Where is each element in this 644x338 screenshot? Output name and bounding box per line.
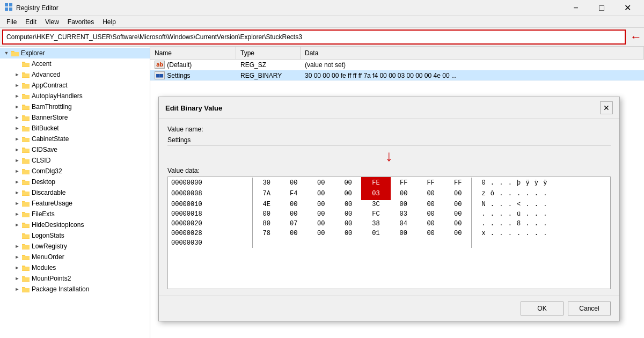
hex-cell[interactable]: 00 [335, 229, 362, 238]
hex-cell[interactable]: 78 [253, 229, 280, 238]
hex-cell[interactable] [308, 238, 335, 248]
hex-table-container[interactable]: 0000000030000000FEFFFFFF0 . . . þ ÿ ÿ ÿ0… [167, 177, 611, 289]
hex-cell[interactable]: 00 [444, 209, 472, 219]
maximize-button[interactable]: □ [589, 0, 614, 16]
hex-row[interactable]: 000000208007000038040000. . . . 8 . . . [168, 219, 610, 229]
hex-cell[interactable]: 00 [335, 188, 362, 199]
hex-row[interactable]: 0000000030000000FEFFFFFF0 . . . þ ÿ ÿ ÿ [168, 178, 610, 188]
table-row-default[interactable]: ab (Default) REG_SZ (value not set) [150, 60, 644, 70]
hex-cell[interactable]: 04 [390, 219, 417, 229]
tree-item-explorer[interactable]: ▼ Explorer [0, 48, 150, 58]
cancel-button[interactable]: Cancel [568, 302, 611, 315]
hex-cell[interactable]: 00 [335, 209, 362, 219]
tree-item-comdlg32[interactable]: ► ComDlg32 [0, 166, 150, 177]
hex-cell[interactable]: 00 [308, 209, 335, 219]
tree-item-featureusage[interactable]: ► FeatureUsage [0, 198, 150, 209]
tree-item-bitbucket[interactable]: ► BitBucket [0, 123, 150, 134]
dialog-close-button[interactable]: ✕ [600, 101, 613, 114]
hex-cell[interactable]: 00 [417, 209, 444, 219]
col-data[interactable]: Data [301, 47, 644, 59]
hex-cell[interactable]: 00 [253, 209, 280, 219]
hex-cell[interactable]: 80 [253, 219, 280, 229]
hex-cell[interactable]: 4E [253, 199, 280, 209]
hex-cell[interactable]: F4 [280, 188, 308, 199]
tree-item-mountpoints2[interactable]: ► MountPoints2 [0, 273, 150, 284]
col-name[interactable]: Name [150, 47, 236, 59]
tree-item-advanced[interactable]: ► Advanced [0, 69, 150, 80]
hex-row[interactable]: 000000287800000001000000x . . . . . . . [168, 229, 610, 238]
tree-item-discardable[interactable]: ► Discardable [0, 187, 150, 198]
tree-item-autoplayhandlers[interactable]: ► AutoplayHandlers [0, 91, 150, 101]
tree-item-bannerstore[interactable]: ► BannerStore [0, 112, 150, 123]
minimize-button[interactable]: − [564, 0, 588, 16]
hex-cell[interactable] [253, 238, 280, 248]
table-row-settings[interactable]: ■■ Settings REG_BINARY 30 00 00 00 fe ff… [150, 70, 644, 81]
hex-cell[interactable]: FE [362, 178, 390, 188]
hex-cell[interactable]: 00 [417, 199, 444, 209]
address-bar[interactable]: Computer\HKEY_CURRENT_USER\Software\Micr… [2, 30, 626, 45]
hex-cell[interactable]: 38 [362, 219, 390, 229]
tree-item-bamthrottling[interactable]: ► BamThrottling [0, 101, 150, 112]
col-type[interactable]: Type [236, 47, 301, 59]
tree-item-lowregistry[interactable]: ► LowRegistry [0, 241, 150, 252]
tree-item-cidsave[interactable]: ► CIDSave [0, 144, 150, 155]
hex-cell[interactable]: 00 [417, 229, 444, 238]
hex-cell[interactable]: FC [362, 209, 390, 219]
tree-item-appcontract[interactable]: ► AppContract [0, 80, 150, 91]
ok-button[interactable]: OK [521, 302, 564, 315]
hex-cell[interactable]: 00 [444, 188, 472, 199]
hex-cell[interactable]: 00 [335, 219, 362, 229]
hex-cell[interactable]: 00 [308, 199, 335, 209]
menu-view[interactable]: View [41, 17, 63, 27]
hex-cell[interactable] [444, 238, 472, 248]
hex-cell[interactable]: 00 [390, 188, 417, 199]
menu-edit[interactable]: Edit [21, 17, 41, 27]
hex-row[interactable]: 0000001800000000FC030000. . . . ü . . . [168, 209, 610, 219]
hex-cell[interactable]: 00 [280, 209, 308, 219]
hex-cell[interactable]: 00 [444, 219, 472, 229]
hex-cell[interactable]: 00 [280, 199, 308, 209]
hex-cell[interactable]: 00 [444, 229, 472, 238]
hex-cell[interactable]: 00 [335, 199, 362, 209]
hex-row[interactable]: 000000087AF4000003000000z ô . . . . . . [168, 188, 610, 199]
menu-help[interactable]: Help [98, 17, 120, 27]
hex-cell[interactable]: 00 [417, 188, 444, 199]
hex-cell[interactable] [362, 238, 390, 248]
hex-cell[interactable]: 30 [253, 178, 280, 188]
tree-item-hidedesktopicons[interactable]: ► HideDesktopIcons [0, 219, 150, 230]
hex-row[interactable]: 00000030 [168, 238, 610, 248]
hex-cell[interactable] [335, 238, 362, 248]
menu-file[interactable]: File [2, 17, 21, 27]
hex-cell[interactable]: 00 [280, 178, 308, 188]
hex-cell[interactable]: 7A [253, 188, 280, 199]
hex-cell[interactable]: 00 [308, 219, 335, 229]
hex-cell[interactable] [390, 238, 417, 248]
hex-cell[interactable]: 00 [335, 178, 362, 188]
hex-cell[interactable]: 00 [417, 219, 444, 229]
tree-item-logonstats[interactable]: LogonStats [0, 230, 150, 241]
hex-cell[interactable]: 00 [390, 229, 417, 238]
tree-item-menuorder[interactable]: ► MenuOrder [0, 252, 150, 262]
hex-row[interactable]: 000000104E0000003C000000N . . . < . . . [168, 199, 610, 209]
tree-panel[interactable]: ▼ Explorer Accent ► [0, 47, 150, 338]
close-button[interactable]: ✕ [615, 0, 640, 16]
hex-cell[interactable]: 07 [280, 219, 308, 229]
hex-cell[interactable]: FF [417, 178, 444, 188]
tree-item-desktop[interactable]: ► Desktop [0, 177, 150, 187]
tree-item-clsid[interactable]: ► CLSID [0, 155, 150, 166]
tree-item-cabinetstate[interactable]: ► CabinetState [0, 134, 150, 144]
hex-cell[interactable]: 01 [362, 229, 390, 238]
hex-cell[interactable]: 00 [308, 229, 335, 238]
hex-cell[interactable]: FF [390, 178, 417, 188]
tree-item-fileexts[interactable]: ► FileExts [0, 209, 150, 219]
hex-cell[interactable] [417, 238, 444, 248]
tree-item-modules[interactable]: ► Modules [0, 262, 150, 273]
hex-cell[interactable]: 03 [390, 209, 417, 219]
hex-cell[interactable]: 00 [308, 178, 335, 188]
hex-cell[interactable]: 00 [390, 199, 417, 209]
menu-favorites[interactable]: Favorites [63, 17, 98, 27]
hex-cell[interactable]: 00 [280, 229, 308, 238]
hex-cell[interactable] [280, 238, 308, 248]
hex-cell[interactable]: 03 [362, 188, 390, 199]
tree-item-accent[interactable]: Accent [0, 58, 150, 69]
